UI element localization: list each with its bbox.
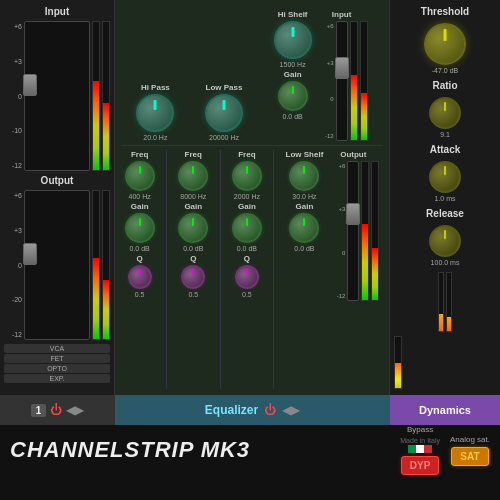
band3-freq-knob[interactable] xyxy=(232,161,262,191)
low-pass-knob[interactable] xyxy=(205,94,243,132)
mode-fet[interactable]: FET xyxy=(4,354,110,363)
mode-opto[interactable]: OPTO xyxy=(4,364,110,373)
band2-freq-knob[interactable] xyxy=(178,161,208,191)
eq-output-scale: +6 +3 0 -12 xyxy=(327,161,345,301)
channel-title: CHANNELSTRIP MK3 xyxy=(10,437,390,463)
band2-freq-label: Freq xyxy=(185,150,202,159)
low-shelf-gain-label: Gain xyxy=(296,202,314,211)
dynamics-meter-section xyxy=(394,336,496,389)
hi-pass-knob[interactable] xyxy=(136,94,174,132)
threshold-label: Threshold xyxy=(421,6,469,17)
threshold-knob[interactable] xyxy=(424,23,466,65)
mode-buttons: VCA FET OPTO EXP. xyxy=(4,344,110,383)
eq-tab[interactable]: Equalizer ⏻ ◀▶ xyxy=(115,395,390,425)
eq-output-meter-r xyxy=(371,161,379,301)
low-shelf-knob[interactable] xyxy=(289,161,319,191)
dynamics-meter xyxy=(394,336,402,389)
band1-q-val: 0.5 xyxy=(135,291,145,298)
hi-shelf-section: Hi Shelf 1500 Hz Gain 0.0 dB xyxy=(274,10,312,120)
eq-input-fader[interactable] xyxy=(336,21,348,141)
band3-gain-label: Gain xyxy=(238,202,256,211)
band2-q-knob[interactable] xyxy=(181,265,205,289)
low-shelf-freq: 30.0 Hz xyxy=(292,193,316,200)
strip-arrows[interactable]: ◀▶ xyxy=(66,403,84,417)
strip-number[interactable]: 1 xyxy=(31,404,47,417)
hi-shelf-gain-label: Gain xyxy=(284,70,302,79)
low-shelf-gain-val: 0.0 dB xyxy=(294,245,314,252)
input-meter-r xyxy=(102,21,110,171)
band3-q-knob[interactable] xyxy=(235,265,259,289)
power-icon[interactable]: ⏻ xyxy=(50,403,62,417)
output-fader[interactable] xyxy=(24,190,90,340)
eq-meter-l xyxy=(350,21,358,141)
analog-section: Analog sat. SAT xyxy=(450,435,490,466)
eq-inner: Hi Pass 20.0 Hz Low Pass 20000 Hz xyxy=(121,6,383,389)
ratio-section: Ratio 9.1 xyxy=(394,80,496,138)
made-in-label: Made in Italy xyxy=(400,437,440,444)
strip-tab[interactable]: 1 ⏻ ◀▶ xyxy=(0,395,115,425)
analog-label: Analog sat. xyxy=(450,435,490,444)
threshold-section: Threshold -47.0 dB xyxy=(394,6,496,74)
band1-q-label: Q xyxy=(137,254,143,263)
band1-q-knob[interactable] xyxy=(128,265,152,289)
band1-gain-val: 0.0 dB xyxy=(130,245,150,252)
eq-input-fader-group: Input +6 +3 0 -12 xyxy=(316,10,368,141)
release-value: 100.0 ms xyxy=(431,259,460,266)
hi-shelf-gain-knob[interactable] xyxy=(278,81,308,111)
low-pass-freq: 20000 Hz xyxy=(209,134,239,141)
band3-q-label: Q xyxy=(244,254,250,263)
mode-exp[interactable]: EXP. xyxy=(4,374,110,383)
bypass-section: Bypass Made in Italy DYP xyxy=(400,425,440,475)
output-scale: +6 +3 0 -20 -12 xyxy=(4,190,22,340)
eq-output-meter-l xyxy=(361,161,369,301)
low-pass-section: Low Pass 20000 Hz xyxy=(205,83,243,141)
hi-shelf-gain-value: 0.0 dB xyxy=(283,113,303,120)
sat-button[interactable]: SAT xyxy=(451,447,488,466)
low-shelf-section: Low Shelf 30.0 Hz Gain 0.0 dB xyxy=(286,150,324,252)
eq-power-icon[interactable]: ⏻ xyxy=(264,403,276,417)
band1-freq-label: Freq xyxy=(131,150,148,159)
gr-meter-l xyxy=(438,272,444,332)
eq-arrows[interactable]: ◀▶ xyxy=(282,403,300,417)
flag-white xyxy=(416,445,424,453)
made-in-section: Made in Italy xyxy=(400,437,440,453)
ratio-value: 9.1 xyxy=(440,131,450,138)
band3-section: Freq 2000 Hz Gain 0.0 dB Q 0.5 xyxy=(232,150,262,298)
output-label: Output xyxy=(4,175,110,186)
hi-shelf-input-group: Hi Shelf 1500 Hz Gain 0.0 dB Input xyxy=(274,10,368,141)
attack-value: 1.0 ms xyxy=(434,195,455,202)
input-fader[interactable] xyxy=(24,21,90,171)
band1-section: Freq 400 Hz Gain 0.0 dB Q 0.5 xyxy=(125,150,155,298)
main-container: Input +6 +3 0 -10 -12 xyxy=(0,0,500,500)
band3-gain-knob[interactable] xyxy=(232,213,262,243)
input-meter-l xyxy=(92,21,100,171)
hi-pass-freq: 20.0 Hz xyxy=(143,134,167,141)
bypass-label: Bypass xyxy=(407,425,433,434)
top-section: Input +6 +3 0 -10 -12 xyxy=(0,0,500,395)
mode-vca[interactable]: VCA xyxy=(4,344,110,353)
bypass-button[interactable]: DYP xyxy=(401,456,440,475)
release-label: Release xyxy=(426,208,464,219)
low-shelf-gain-knob[interactable] xyxy=(289,213,319,243)
hi-shelf-freq: 1500 Hz xyxy=(280,61,306,68)
band1-gain-knob[interactable] xyxy=(125,213,155,243)
attack-knob[interactable] xyxy=(429,161,461,193)
output-meter-r xyxy=(102,190,110,340)
band1-gain-label: Gain xyxy=(131,202,149,211)
dynamics-tab[interactable]: Dynamics xyxy=(390,395,500,425)
band2-q-val: 0.5 xyxy=(188,291,198,298)
threshold-value: -47.0 dB xyxy=(432,67,458,74)
eq-output-fader[interactable] xyxy=(347,161,359,301)
output-meter-l xyxy=(92,190,100,340)
release-knob[interactable] xyxy=(429,225,461,257)
hi-shelf-knob[interactable] xyxy=(274,21,312,59)
tab-bar: 1 ⏻ ◀▶ Equalizer ⏻ ◀▶ Dynamics xyxy=(0,395,500,425)
low-shelf-label: Low Shelf xyxy=(286,150,324,159)
eq-input-label: Input xyxy=(332,10,352,19)
italy-flag xyxy=(408,445,432,453)
band2-gain-knob[interactable] xyxy=(178,213,208,243)
band3-freq-label: Freq xyxy=(238,150,255,159)
band1-freq-knob[interactable] xyxy=(125,161,155,191)
ratio-knob[interactable] xyxy=(429,97,461,129)
band2-section: Freq 8000 Hz Gain 0.0 dB Q 0.5 xyxy=(178,150,208,298)
